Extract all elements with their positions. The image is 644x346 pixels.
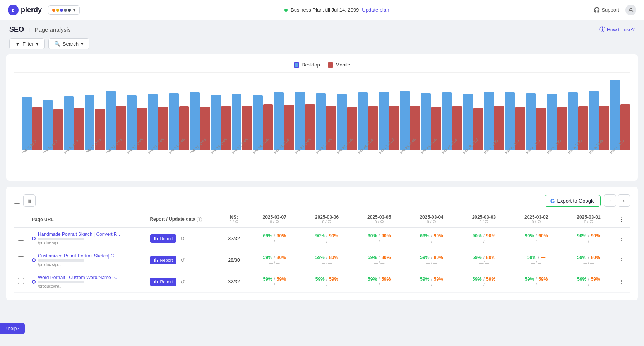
filter-button[interactable]: ▼ Filter ▾ — [9, 38, 45, 49]
url-bar-visual — [38, 281, 84, 283]
support-button[interactable]: 🎧 Support — [594, 7, 619, 13]
score-top: 90% / 90% — [462, 233, 506, 239]
col-header-date-6: 2025-03-01 0 / 🗨 — [562, 211, 615, 228]
select-all-checkbox[interactable] — [14, 198, 20, 204]
score-bottom: — / — — [514, 239, 558, 244]
row-checkbox[interactable] — [18, 256, 24, 262]
score-cell: 69% / 90% — / — — [248, 228, 301, 249]
score-mobile: 59% — [434, 276, 443, 282]
score-top: 59% / 59% — [357, 276, 401, 282]
search-label: Search — [63, 41, 79, 47]
user-avatar[interactable] — [625, 5, 636, 15]
score-desktop: 69% — [263, 233, 272, 239]
mobile-legend-label: Mobile — [336, 62, 350, 68]
score-cell: 59% / 59% — / — — [562, 271, 615, 293]
url-bar-visual — [38, 259, 84, 262]
plan-selector[interactable]: ▾ — [48, 5, 80, 15]
score-top: 59% / 59% — [462, 276, 506, 282]
more-options-cell[interactable]: ⋮ — [615, 228, 630, 249]
score-cell: 59% / 80% — / — — [562, 249, 615, 271]
report-button[interactable]: Report — [150, 256, 176, 264]
refresh-button[interactable]: ↺ — [179, 256, 187, 265]
table-body: Handmade Portrait Sketch | Convert P... … — [14, 228, 630, 293]
row-checkbox[interactable] — [18, 235, 24, 241]
refresh-button[interactable]: ↺ — [179, 277, 187, 286]
table-toolbar: 🗑 G Export to Google ‹ › — [14, 194, 630, 211]
svg-rect-4 — [156, 237, 156, 240]
delete-button[interactable]: 🗑 — [23, 194, 36, 207]
url-status-dot — [32, 280, 36, 284]
filter-icon: ▼ — [15, 41, 20, 47]
score-cell: 59% / 80% — / — — [301, 249, 353, 271]
bar-group — [610, 80, 630, 150]
desktop-bar — [589, 91, 599, 150]
score-desktop: 59% — [315, 255, 325, 260]
col-header-page-url: Page URL — [28, 211, 146, 228]
refresh-button[interactable]: ↺ — [179, 234, 187, 243]
url-link[interactable]: Customized Pencil Portrait Sketch| C... — [38, 253, 118, 259]
desktop-bar — [484, 92, 494, 150]
score-bottom: — / — — [252, 239, 297, 244]
update-plan-link[interactable]: Update plan — [362, 7, 389, 13]
desktop-bar — [43, 100, 53, 150]
score-top: 59% / 59% — [305, 276, 349, 282]
score-cell: 59% / 80% — / — — [248, 249, 301, 271]
score-bottom: — / — — [252, 261, 297, 265]
url-link[interactable]: Word Portrait | Custom Word/Name P... — [38, 275, 119, 280]
url-status-dot — [32, 258, 36, 262]
how-to-use-link[interactable]: ⓘ How to use? — [599, 26, 635, 33]
score-bottom: — / — — [409, 239, 454, 244]
search-icon: 🔍 — [54, 41, 60, 47]
url-status-dot — [32, 237, 36, 240]
desktop-bar — [274, 92, 284, 150]
score-desktop: 59% — [473, 255, 482, 260]
score-mobile: 90% — [434, 233, 443, 239]
score-cell: 59% / 59% — / — — [458, 271, 510, 293]
plan-label: Business Plan, till Jul 14, 2099 — [291, 7, 359, 13]
score-cell: 90% / 90% — / — — [458, 228, 510, 249]
score-bottom: — / — — [566, 283, 611, 287]
svg-point-2 — [630, 8, 632, 10]
url-link[interactable]: Handmade Portrait Sketch | Convert P... — [38, 232, 120, 237]
report-icon — [154, 236, 158, 241]
next-arrow-button[interactable]: › — [618, 194, 630, 207]
score-bottom: — / — — [357, 261, 401, 265]
score-cell: 59% / 59% — / — — [510, 271, 562, 293]
col-header-ns: NS: 0 / 🗨 — [220, 211, 248, 228]
score-desktop: 59% — [577, 255, 586, 260]
search-chevron-icon: ▾ — [81, 41, 84, 47]
report-button[interactable]: Report — [150, 278, 176, 286]
how-to-use-label: How to use? — [607, 27, 635, 32]
score-cell: 90% / 90% — / — — [301, 228, 353, 249]
score-top: 90% / 90% — [357, 233, 401, 239]
score-desktop: 59% — [525, 276, 534, 282]
bar-group — [106, 91, 126, 150]
col-header-date-5: 2025-03-02 0 / 🗨 — [510, 211, 562, 228]
score-mobile: 80% — [277, 255, 286, 260]
svg-rect-11 — [157, 281, 158, 283]
export-google-button[interactable]: G Export to Google — [545, 195, 601, 207]
desktop-bar — [22, 97, 32, 150]
prev-arrow-button[interactable]: ‹ — [604, 194, 616, 207]
more-options-cell[interactable]: ⋮ — [615, 249, 630, 271]
score-bottom: — / — — [514, 261, 558, 265]
desktop-legend-box — [294, 62, 299, 68]
score-desktop: 90% — [473, 233, 482, 239]
search-button[interactable]: 🔍 Search ▾ — [48, 38, 89, 49]
svg-rect-7 — [156, 258, 156, 262]
data-table: Page URL Report / Update data i NS: 0 / … — [14, 211, 630, 293]
url-bar-visual — [38, 238, 84, 240]
score-mobile: 80% — [591, 255, 600, 260]
ns-cell: 32/32 — [220, 228, 248, 249]
score-cell: 90% / 90% — / — — [562, 228, 615, 249]
report-info-icon[interactable]: i — [197, 217, 202, 222]
score-bottom: — / — — [566, 239, 611, 244]
row-checkbox[interactable] — [18, 278, 24, 284]
score-cell: 90% / 90% — / — — [353, 228, 405, 249]
report-button[interactable]: Report — [150, 234, 176, 243]
score-desktop: 59% — [577, 276, 586, 282]
desktop-bar — [85, 95, 95, 150]
chart-area: Feb 7, 2025Feb 8, 2025Feb 9, 2025Feb 10,… — [14, 72, 630, 173]
more-options-cell[interactable]: ⋮ — [615, 271, 630, 293]
score-mobile: 90% — [591, 233, 600, 239]
